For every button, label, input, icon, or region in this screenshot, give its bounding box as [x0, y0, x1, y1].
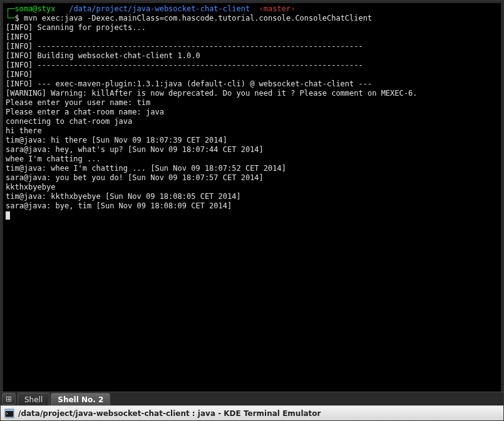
window-title: /data/project/java-websocket-chat-client… — [18, 409, 321, 418]
output-line: connecting to chat-room java — [6, 117, 498, 126]
output-line: [INFO] ---------------------------------… — [6, 42, 498, 51]
output-line: sara@java: hey, what's up? [Sun Nov 09 1… — [6, 145, 498, 155]
output-line: [INFO] — [6, 70, 498, 79]
tab-label: Shell — [24, 395, 43, 404]
prompt-line-2: └─$ mvn exec:java -Dexec.mainClass=com.h… — [6, 14, 372, 23]
output-line: kkthxbyebye — [6, 183, 498, 192]
terminal-icon — [4, 408, 14, 418]
output-line: hi there — [6, 126, 498, 136]
output-line: [INFO] — [6, 33, 498, 42]
prompt-symbol: $ — [14, 14, 23, 23]
new-tab-button[interactable]: ⊞ — [2, 393, 16, 405]
prompt-cwd: /data/project/java-websocket-chat-client — [69, 4, 250, 13]
output-line: [INFO] Building websocket-chat-client 1.… — [6, 51, 498, 61]
svg-rect-1 — [6, 411, 14, 417]
output-line: [WARNING] Warning: killAfter is now depr… — [6, 89, 498, 98]
prompt-user-host: soma@styx — [14, 4, 55, 13]
output-line: [INFO] --- exec-maven-plugin:1.3.1:java … — [6, 79, 498, 89]
terminal-output[interactable]: ┌─soma@styx /data/project/java-websocket… — [1, 1, 503, 392]
output-line: Please enter a chat-room name: java — [6, 108, 498, 117]
output-line: tim@java: whee I'm chatting ... [Sun Nov… — [6, 164, 498, 173]
svg-rect-2 — [5, 409, 14, 410]
prompt-line-1: ┌─soma@styx /data/project/java-websocket… — [6, 4, 295, 13]
window-title-bar: /data/project/java-websocket-chat-client… — [1, 405, 503, 420]
output-line: tim@java: hi there [Sun Nov 09 18:07:39 … — [6, 136, 498, 145]
tab-bar: ⊞ Shell Shell No. 2 — [1, 392, 503, 405]
plus-icon: ⊞ — [6, 395, 12, 403]
tab-label: Shell No. 2 — [58, 395, 103, 404]
cursor — [6, 211, 10, 220]
output-line: tim@java: kkthxbyebye [Sun Nov 09 18:08:… — [6, 192, 498, 201]
entered-command: mvn exec:java -Dexec.mainClass=com.hasco… — [24, 14, 372, 23]
tab-shell-2[interactable]: Shell No. 2 — [51, 393, 110, 405]
prompt-corner: ┌─ — [6, 4, 14, 13]
output-line: [INFO] Scanning for projects... — [6, 23, 498, 33]
output-line: sara@java: you bet you do! [Sun Nov 09 1… — [6, 173, 498, 183]
prompt-corner-2: └─ — [6, 14, 14, 23]
tab-shell-1[interactable]: Shell — [18, 393, 49, 405]
output-line: whee I'm chatting ... — [6, 155, 498, 164]
output-line: sara@java: bye, tim [Sun Nov 09 18:08:09… — [6, 201, 498, 211]
output-line: [INFO] ---------------------------------… — [6, 61, 498, 70]
output-line: Please enter your user name: tim — [6, 98, 498, 108]
prompt-branch: ‹master› — [259, 4, 296, 13]
